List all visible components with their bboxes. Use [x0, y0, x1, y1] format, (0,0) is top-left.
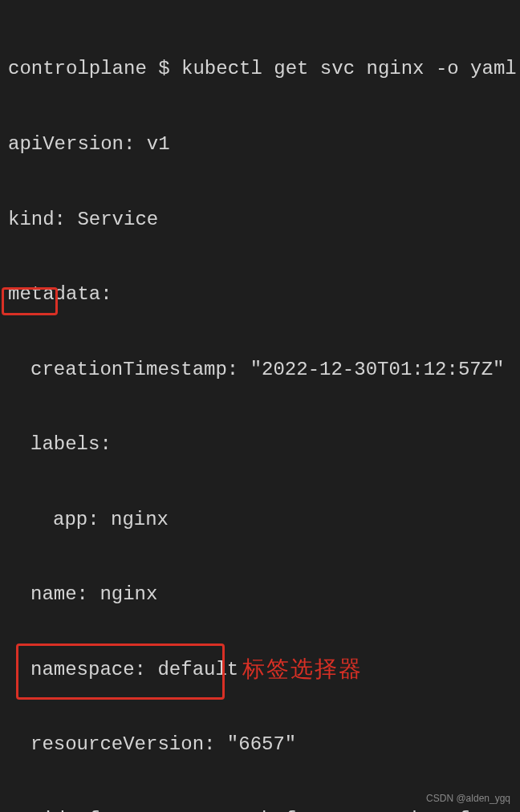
yaml-line: app: nginx [8, 507, 512, 532]
command-prompt: controlplane $ kubectl get svc nginx -o … [8, 56, 512, 81]
terminal-output: controlplane $ kubectl get svc nginx -o … [8, 6, 512, 812]
yaml-line: uid: fc222806-701a-4b1f-a5ec-2522be70f80… [8, 807, 512, 812]
watermark-text: CSDN @alden_ygq [426, 793, 510, 806]
yaml-line: metadata: [8, 282, 512, 307]
yaml-line: creationTimestamp: "2022-12-30T01:12:57Z… [8, 357, 512, 382]
yaml-line: name: nginx [8, 582, 512, 607]
yaml-line: apiVersion: v1 [8, 132, 512, 156]
yaml-line: kind: Service [8, 207, 512, 232]
yaml-line: resourceVersion: "6657" [8, 732, 512, 757]
yaml-line: labels: [8, 432, 512, 457]
annotation-label: 标签选择器 [242, 655, 363, 684]
